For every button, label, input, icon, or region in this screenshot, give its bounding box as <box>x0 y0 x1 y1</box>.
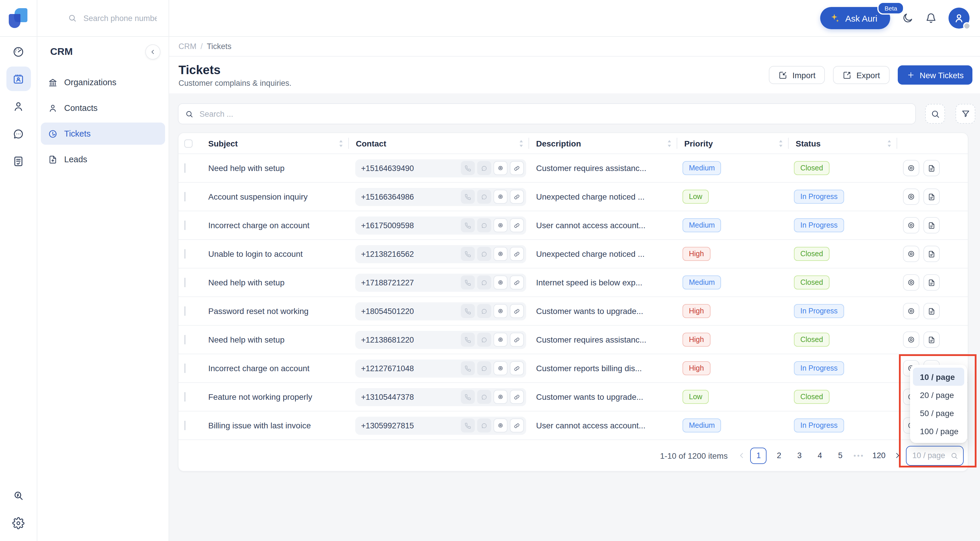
view-ticket-button[interactable] <box>903 332 920 348</box>
sidebar-collapse-button[interactable] <box>145 45 161 59</box>
table-row[interactable]: Incorrect charge on account +16175009598… <box>178 211 968 239</box>
view-contact-button[interactable] <box>493 190 508 204</box>
message-button[interactable] <box>477 161 491 175</box>
link-contact-button[interactable] <box>510 161 524 175</box>
view-contact-button[interactable] <box>493 418 508 432</box>
sidebar-item-tickets[interactable]: Tickets <box>41 123 165 145</box>
rail-contacts-button[interactable] <box>6 94 30 118</box>
sidebar-item-organizations[interactable]: Organizations <box>41 71 165 93</box>
notifications-button[interactable] <box>925 12 937 24</box>
message-button[interactable] <box>477 304 491 318</box>
breadcrumb-parent[interactable]: CRM <box>178 42 197 51</box>
table-search[interactable] <box>178 103 916 124</box>
call-button[interactable] <box>461 247 475 261</box>
message-button[interactable] <box>477 418 491 432</box>
view-contact-button[interactable] <box>493 218 508 232</box>
ticket-details-button[interactable] <box>923 303 940 319</box>
view-contact-button[interactable] <box>493 361 508 375</box>
table-row[interactable]: Need help with setup +15164639490 Custom… <box>178 153 968 182</box>
link-contact-button[interactable] <box>510 276 524 289</box>
call-button[interactable] <box>461 304 475 318</box>
rail-messages-button[interactable] <box>6 121 30 146</box>
call-button[interactable] <box>461 218 475 232</box>
prev-page-button[interactable] <box>737 447 746 464</box>
rail-settings-button[interactable] <box>6 511 30 535</box>
link-contact-button[interactable] <box>510 247 524 261</box>
view-contact-button[interactable] <box>493 161 508 175</box>
row-checkbox[interactable] <box>185 192 186 201</box>
call-button[interactable] <box>461 418 475 432</box>
select-all-checkbox[interactable] <box>185 139 192 147</box>
page-button-1[interactable]: 1 <box>751 447 767 464</box>
page-size-option-50/page[interactable]: 50 / page <box>913 404 964 422</box>
dark-mode-toggle[interactable] <box>902 12 913 24</box>
view-ticket-button[interactable] <box>903 303 920 319</box>
link-contact-button[interactable] <box>510 304 524 318</box>
view-contact-button[interactable] <box>493 304 508 318</box>
rail-dashboard-button[interactable] <box>6 39 30 64</box>
ticket-details-button[interactable] <box>923 217 940 233</box>
page-button-4[interactable]: 4 <box>812 447 828 464</box>
column-header-description[interactable]: Description <box>529 133 677 153</box>
message-button[interactable] <box>477 390 491 404</box>
column-header-status[interactable]: Status <box>789 133 897 153</box>
sort-icon[interactable] <box>887 139 892 147</box>
sidebar-item-contacts[interactable]: Contacts <box>41 97 165 119</box>
row-checkbox[interactable] <box>185 163 186 173</box>
link-contact-button[interactable] <box>510 418 524 432</box>
user-avatar[interactable] <box>948 8 969 29</box>
table-row[interactable]: Unable to login to account +12138216562 … <box>178 239 968 268</box>
table-search-input[interactable] <box>198 109 432 119</box>
call-button[interactable] <box>461 390 475 404</box>
view-contact-button[interactable] <box>493 333 508 347</box>
page-button-5[interactable]: 5 <box>832 447 848 464</box>
link-contact-button[interactable] <box>510 361 524 375</box>
message-button[interactable] <box>477 190 491 204</box>
page-size-option-10/page[interactable]: 10 / page <box>913 368 964 386</box>
view-ticket-button[interactable] <box>903 274 920 290</box>
column-header-subject[interactable]: Subject <box>201 133 349 153</box>
table-row[interactable]: Feature not working properly +1310544737… <box>178 382 968 411</box>
link-contact-button[interactable] <box>510 190 524 204</box>
row-checkbox[interactable] <box>185 278 186 287</box>
column-header-priority[interactable]: Priority <box>677 133 789 153</box>
page-button-last[interactable]: 120 <box>869 447 888 464</box>
row-checkbox[interactable] <box>185 392 186 402</box>
page-size-option-20/page[interactable]: 20 / page <box>913 386 964 404</box>
global-search[interactable] <box>37 0 169 36</box>
call-button[interactable] <box>461 333 475 347</box>
sort-icon[interactable] <box>338 139 344 147</box>
new-tickets-button[interactable]: New Tickets <box>897 65 972 85</box>
table-row[interactable]: Account suspension inquiry +15166364986 … <box>178 182 968 211</box>
message-button[interactable] <box>477 276 491 289</box>
table-row[interactable]: Incorrect charge on account +12127671048… <box>178 354 968 382</box>
table-row[interactable]: Need help with setup +17188721227 Intern… <box>178 268 968 297</box>
row-checkbox[interactable] <box>185 220 186 230</box>
import-button[interactable]: Import <box>769 66 825 84</box>
rail-crm-button[interactable] <box>6 67 30 91</box>
message-button[interactable] <box>477 361 491 375</box>
ticket-details-button[interactable] <box>923 188 940 205</box>
message-button[interactable] <box>477 333 491 347</box>
global-search-input[interactable] <box>82 13 158 23</box>
page-button-3[interactable]: 3 <box>791 447 808 464</box>
row-checkbox[interactable] <box>185 421 186 430</box>
page-size-select[interactable]: 10 / page <box>906 445 964 465</box>
filter-button[interactable] <box>956 104 975 124</box>
call-button[interactable] <box>461 161 475 175</box>
table-row[interactable]: Billing issue with last invoice +1305992… <box>178 411 968 439</box>
page-button-2[interactable]: 2 <box>771 447 787 464</box>
call-button[interactable] <box>461 190 475 204</box>
row-checkbox[interactable] <box>185 364 186 373</box>
next-page-button[interactable] <box>892 447 902 464</box>
row-checkbox[interactable] <box>185 306 186 316</box>
table-row[interactable]: Need help with setup +12138681220 Custom… <box>178 325 968 354</box>
ticket-details-button[interactable] <box>923 274 940 290</box>
row-checkbox[interactable] <box>185 249 186 259</box>
table-row[interactable]: Password reset not working +18054501220 … <box>178 297 968 325</box>
advanced-search-button[interactable] <box>925 104 945 124</box>
ticket-details-button[interactable] <box>923 332 940 348</box>
view-ticket-button[interactable] <box>903 188 920 205</box>
link-contact-button[interactable] <box>510 333 524 347</box>
link-contact-button[interactable] <box>510 390 524 404</box>
